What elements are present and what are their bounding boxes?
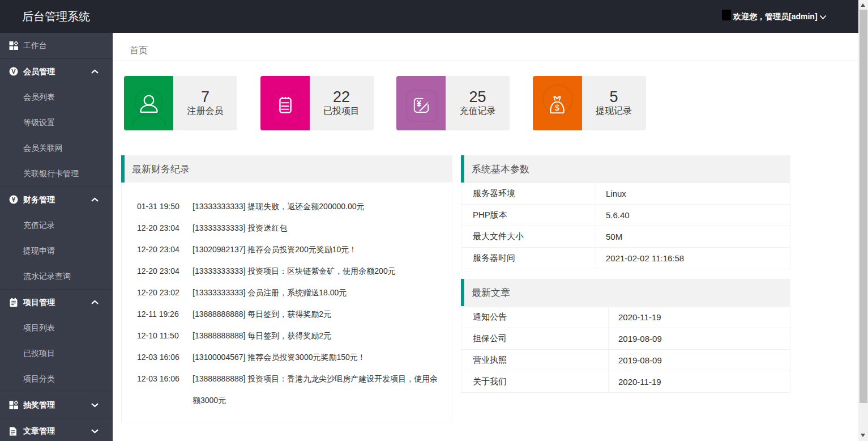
svg-text:$: $ (555, 103, 559, 112)
svg-text:¥: ¥ (12, 196, 16, 203)
svg-text:V: V (11, 68, 16, 75)
